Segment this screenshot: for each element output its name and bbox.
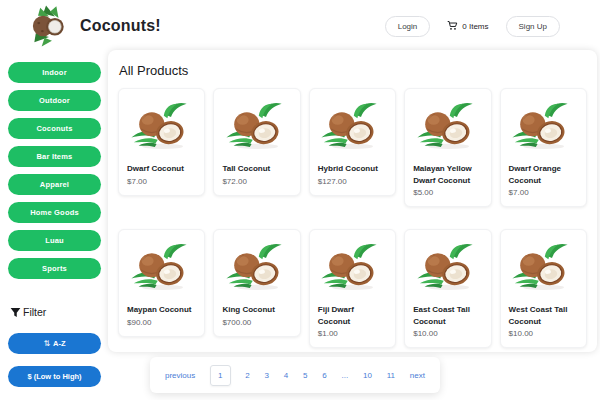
pagination-page-2[interactable]: 2 [245,371,249,380]
coconut-product-image [222,236,291,298]
sort-price-button[interactable]: $ (Low to High) [8,366,101,387]
category-button-bar-items[interactable]: Bar Items [8,146,101,167]
category-button-sports[interactable]: Sports [8,258,101,279]
main-panel: All Products Dwarf Coconut$7.00 Tall Coc… [108,50,597,352]
product-price: $10.00 [413,329,482,338]
product-price: $7.00 [509,188,578,197]
filter-label: Filter [23,306,46,318]
shopping-cart-icon [447,17,458,35]
category-button-home-goods[interactable]: Home Goods [8,202,101,223]
product-card[interactable]: Dwarf Orange Coconut$7.00 [500,88,587,207]
sort-az-button[interactable]: ⇅ A-Z [8,333,101,354]
product-name: Hybrid Coconut [318,163,387,175]
pagination-ellipsis: ... [342,371,349,380]
filter-section-header: Filter [10,303,101,321]
coconut-product-image [318,236,387,298]
product-card[interactable]: Fiji Dwarf Coconut$1.00 [309,229,396,348]
pagination-next[interactable]: next [410,371,425,380]
product-card[interactable]: West Coast Tall Coconut$10.00 [500,229,587,348]
coconut-product-image [127,95,196,157]
product-card[interactable]: East Coast Tall Coconut$10.00 [404,229,491,348]
pagination-page-5[interactable]: 5 [303,371,307,380]
login-button[interactable]: Login [385,16,431,37]
pagination-page-10[interactable]: 10 [363,371,372,380]
product-grid: Dwarf Coconut$7.00 Tall Coconut$72.00 Hy… [108,88,597,348]
funnel-icon [10,303,21,321]
coconut-product-image [222,95,291,157]
product-price: $72.00 [222,177,291,186]
page-title: All Products [119,63,597,78]
header-actions: Login 0 Items Sign Up [385,16,560,37]
cart-items-count: 0 Items [462,22,488,31]
product-price: $7.00 [127,177,196,186]
product-name: Dwarf Orange Coconut [509,163,578,186]
site-title: Coconuts! [80,17,161,35]
product-name: Malayan Yellow Dwarf Coconut [413,163,482,186]
coconut-product-image [413,95,482,157]
sidebar: IndoorOutdoorCoconutsBar ItemsApparelHom… [8,62,101,387]
pagination-previous[interactable]: previous [165,371,195,380]
product-card[interactable]: Dwarf Coconut$7.00 [118,88,205,196]
product-card[interactable]: Maypan Coconut$90.00 [118,229,205,337]
header: Coconuts! Login 0 Items Sign Up [0,0,600,52]
product-name: East Coast Tall Coconut [413,304,482,327]
product-price: $10.00 [509,329,578,338]
sort-az-label: A-Z [53,339,66,348]
coconut-product-image [509,236,578,298]
coconut-product-image [413,236,482,298]
category-button-apparel[interactable]: Apparel [8,174,101,195]
product-card[interactable]: Hybrid Coconut$127.00 [309,88,396,196]
product-card[interactable]: Tall Coconut$72.00 [213,88,300,196]
pagination-page-3[interactable]: 3 [265,371,269,380]
coconut-product-image [127,236,196,298]
pagination-page-1[interactable]: 1 [210,365,230,386]
category-button-coconuts[interactable]: Coconuts [8,118,101,139]
category-button-luau[interactable]: Luau [8,230,101,251]
signup-button[interactable]: Sign Up [506,16,560,37]
pagination: previous123456...1011next [150,357,440,393]
product-name: King Coconut [222,304,291,316]
product-name: Maypan Coconut [127,304,196,316]
product-name: West Coast Tall Coconut [509,304,578,327]
category-button-indoor[interactable]: Indoor [8,62,101,83]
product-name: Fiji Dwarf Coconut [318,304,387,327]
pagination-page-11[interactable]: 11 [387,371,395,380]
coconut-product-image [318,95,387,157]
product-card[interactable]: King Coconut$700.00 [213,229,300,337]
coconut-logo-icon[interactable] [27,3,71,49]
product-price: $90.00 [127,318,196,327]
category-list: IndoorOutdoorCoconutsBar ItemsApparelHom… [8,62,101,279]
product-name: Dwarf Coconut [127,163,196,175]
product-price: $700.00 [222,318,291,327]
product-price: $5.00 [413,188,482,197]
sort-arrows-icon: ⇅ [43,339,50,348]
product-price: $127.00 [318,177,387,186]
pagination-page-6[interactable]: 6 [322,371,326,380]
pagination-page-4[interactable]: 4 [284,371,288,380]
coconut-product-image [509,95,578,157]
sort-price-label: $ (Low to High) [27,372,81,381]
product-name: Tall Coconut [222,163,291,175]
product-card[interactable]: Malayan Yellow Dwarf Coconut$5.00 [404,88,491,207]
cart-button[interactable]: 0 Items [447,17,488,35]
product-price: $1.00 [318,329,387,338]
category-button-outdoor[interactable]: Outdoor [8,90,101,111]
